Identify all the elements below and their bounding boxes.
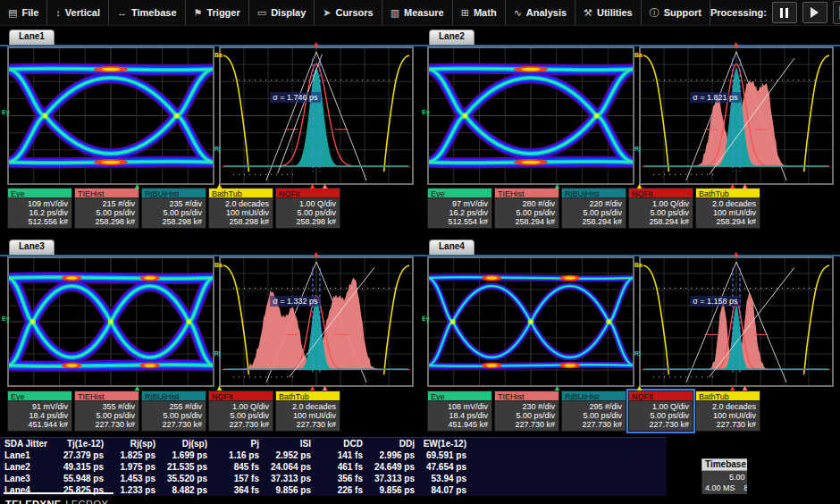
descriptor-bathtub-lane3[interactable]: BathTub 2.0 decades 100 mUI/div 227.730 … — [275, 391, 340, 432]
eye-diagram-plot[interactable]: Ey — [427, 46, 634, 185]
math-icon: ⊞ — [461, 8, 469, 18]
menu-items: ▤ File ↕ Vertical ↔ Timebase ⚑ Trigger ▭… — [0, 0, 710, 25]
lane-panel-lane4: Lane4 Ey Ba Rj σ = 1.158 ps ▲ ▲ ▲ ▲ ▲ Ey… — [427, 239, 834, 441]
tiehist-position-marker[interactable]: ▲ — [741, 182, 749, 190]
sda-jitter-table: SDA JitterTj(1e-12)Rj(sp)Dj(sp)PjISIDCDD… — [0, 437, 667, 496]
menu-item-measure[interactable]: ▥ Measure — [382, 0, 453, 25]
descriptor-eye-lane1[interactable]: Eye 109 mV/div 16.2 ps/div 512.556 k# — [7, 188, 72, 229]
eye-position-marker[interactable]: ▲ — [553, 182, 561, 190]
rj-trace-label: Rj — [634, 146, 641, 152]
lane-tab-lane4[interactable]: Lane4 — [429, 239, 475, 255]
tiehist-position-marker[interactable]: ▲ — [321, 182, 329, 190]
display-icon: ▭ — [257, 8, 266, 18]
tiehist-position-marker[interactable]: ▲ — [741, 384, 749, 392]
menu-item-trigger[interactable]: ⚑ Trigger — [186, 0, 249, 25]
sigma-annotation: σ = 1.746 ps — [270, 92, 320, 103]
trigger-marker-top[interactable]: ▲ — [312, 250, 320, 258]
timebase-descriptor[interactable]: Timebase 5.00 4.00 MS 8 — [701, 458, 747, 494]
descriptor-tiehist-lane3[interactable]: TIEHist 355 #/div 5.00 ps/div 227.730 k# — [74, 391, 139, 432]
timebase-icon: ↔ — [117, 8, 127, 18]
lane-panel-lane3: Lane3 Ey Ba Rj σ = 1.332 ps ▲ ▲ ▲ ▲ ▲ Ey… — [7, 239, 414, 441]
menu-item-timebase[interactable]: ↔ Timebase — [109, 0, 186, 25]
descriptor-eye-lane3[interactable]: Eye 91 mV/div 18.4 ps/div 451.944 k# — [7, 391, 72, 432]
descriptor-rjbujhist-lane2[interactable]: RjBUjHist 220 #/div 5.00 ps/div 258.294 … — [561, 188, 626, 229]
measurement-value: 37.313 ps — [263, 474, 315, 483]
support-icon: ⓘ — [650, 8, 659, 18]
lane-tab-lane3[interactable]: Lane3 — [9, 239, 55, 255]
measurement-value: 84.07 ps — [418, 485, 470, 495]
descriptor-rjbujhist-lane1[interactable]: RjBUjHist 235 #/div 5.00 ps/div 258.298 … — [141, 188, 206, 229]
descriptor-row: Eye 108 mV/div 18.4 ps/div 451.945 k# TI… — [427, 391, 760, 432]
descriptor-eye-lane2[interactable]: Eye 97 mV/div 16.2 ps/div 512.554 k# — [427, 188, 492, 229]
bathtub-position-marker[interactable]: ▲ — [635, 182, 643, 190]
measurement-value: 141 fs — [315, 450, 366, 460]
descriptor-tiehist-lane1[interactable]: TIEHist 215 #/div 5.00 ps/div 258.298 k# — [74, 188, 139, 229]
descriptor-bathtub-lane1[interactable]: BathTub 2.0 decades 100 mUI/div 258.298 … — [208, 188, 273, 229]
lane-panel-lane1: Lane1 Ey Ba Rj σ = 1.746 ps ▲ ▲ ▲ ▲ ▲ Ey… — [7, 29, 414, 231]
menu-item-analysis[interactable]: ∿ Analysis — [506, 0, 575, 25]
measurement-value: 1.453 ps — [107, 474, 159, 483]
trigger-marker-top[interactable]: ▲ — [312, 40, 320, 48]
bathtub-trace-label: Ba — [634, 52, 643, 58]
measurement-value: 9.856 ps — [263, 485, 315, 495]
descriptor-nqfit-lane2[interactable]: NQFit 1.00 Q/div 5.00 ps/div 258.294 k# — [628, 188, 693, 229]
descriptor-nqfit-lane3[interactable]: NQFit 1.00 Q/div 5.00 ps/div 227.730 k# — [208, 391, 273, 432]
lane-tab-lane1[interactable]: Lane1 — [9, 29, 55, 45]
descriptor-bathtub-lane2[interactable]: BathTub 2.0 decades 100 mUI/div 258.294 … — [695, 188, 760, 229]
measurement-value: 24.064 ps — [263, 462, 315, 472]
measurement-value: 9.856 ps — [366, 485, 418, 495]
bathtub-trace-label: Ba — [214, 52, 223, 58]
measurement-value: 845 fs — [211, 462, 263, 472]
menu-item-vertical[interactable]: ↕ Vertical — [47, 0, 109, 25]
descriptor-rjbujhist-lane4[interactable]: RjBUjHist 295 #/div 5.00 ps/div 227.730 … — [561, 391, 626, 432]
measurement-value: 35.520 ps — [159, 474, 211, 483]
jitter-table-row-lane3: Lane355.948 ps1.453 ps35.520 ps157 fs37.… — [0, 473, 667, 484]
eye-position-marker[interactable]: ▲ — [133, 384, 141, 392]
nqfit-position-marker[interactable]: ▲ — [308, 182, 316, 190]
jitter-histogram-plot[interactable]: Ba Rj σ = 1.158 ps — [639, 256, 834, 387]
menu-item-display[interactable]: ▭ Display — [249, 0, 315, 25]
eye-position-marker[interactable]: ▲ — [553, 384, 561, 392]
descriptor-nqfit-lane4[interactable]: NQFit 1.00 Q/div 5.00 ps/div 227.730 k# — [628, 391, 693, 432]
jitter-histogram-plot[interactable]: Ba Rj σ = 1.332 ps — [219, 256, 414, 387]
eye-diagram-plot[interactable]: Ey — [7, 256, 214, 387]
menu-item-math[interactable]: ⊞ Math — [453, 0, 506, 25]
measurement-value: 2.952 ps — [263, 450, 315, 460]
measurement-value: 1.699 ps — [159, 450, 211, 460]
bathtub-position-marker[interactable]: ▲ — [635, 384, 643, 392]
tiehist-position-marker[interactable]: ▲ — [321, 384, 329, 392]
eye-position-marker[interactable]: ▲ — [133, 182, 141, 190]
menu-item-support[interactable]: ⓘ Support — [642, 0, 710, 25]
bathtub-position-marker[interactable]: ▲ — [215, 384, 223, 392]
mosaic-dropdown[interactable]: Mosaic — [833, 1, 840, 24]
trigger-icon: ⚑ — [194, 8, 203, 18]
menu-item-file[interactable]: ▤ File — [0, 0, 47, 25]
measurement-value: 1.825 ps — [107, 450, 159, 460]
jitter-table-row-lane2: Lane249.315 ps1.975 ps21.535 ps845 fs24.… — [0, 461, 667, 473]
trigger-marker-top[interactable]: ▲ — [732, 250, 740, 258]
rj-trace-label: Rj — [214, 350, 221, 357]
jitter-histogram-plot[interactable]: Ba Rj σ = 1.746 ps — [219, 46, 414, 185]
descriptor-nqfit-lane1[interactable]: NQFit 1.00 Q/div 5.00 ps/div 258.298 k# — [275, 188, 340, 229]
descriptor-rjbujhist-lane3[interactable]: RjBUjHist 255 #/div 5.00 ps/div 227.730 … — [141, 391, 206, 432]
menu-item-cursors[interactable]: ➤ Cursors — [315, 0, 382, 25]
jitter-histogram-plot[interactable]: Ba Rj σ = 1.821 ps — [639, 46, 834, 185]
bathtub-position-marker[interactable]: ▲ — [215, 182, 223, 190]
measure-icon: ▥ — [391, 8, 399, 18]
trigger-marker-top[interactable]: ▲ — [732, 40, 740, 48]
eye-diagram-plot[interactable]: Ey — [427, 256, 634, 387]
eye-diagram-plot[interactable]: Ey — [7, 46, 214, 185]
lane-tab-lane2[interactable]: Lane2 — [429, 29, 475, 45]
descriptor-tiehist-lane2[interactable]: TIEHist 280 #/div 5.00 ps/div 258.294 k# — [494, 188, 559, 229]
descriptor-tiehist-lane4[interactable]: TIEHist 230 #/div 5.00 ps/div 227.730 k# — [494, 391, 559, 432]
nqfit-position-marker[interactable]: ▲ — [728, 384, 736, 392]
nqfit-position-marker[interactable]: ▲ — [308, 384, 316, 392]
pause-button[interactable] — [772, 2, 797, 23]
nqfit-position-marker[interactable]: ▲ — [728, 182, 736, 190]
timebase-samples: 4.00 MS 8 — [702, 483, 747, 493]
menu-item-utilities[interactable]: ⚒ Utilities — [575, 0, 642, 25]
descriptor-bathtub-lane4[interactable]: BathTub 2.0 decades 100 mUI/div 227.730 … — [695, 391, 760, 432]
descriptor-eye-lane4[interactable]: Eye 108 mV/div 18.4 ps/div 451.945 k# — [427, 391, 492, 432]
play-button[interactable] — [802, 2, 827, 23]
measurement-value: 27.379 ps — [55, 450, 107, 460]
